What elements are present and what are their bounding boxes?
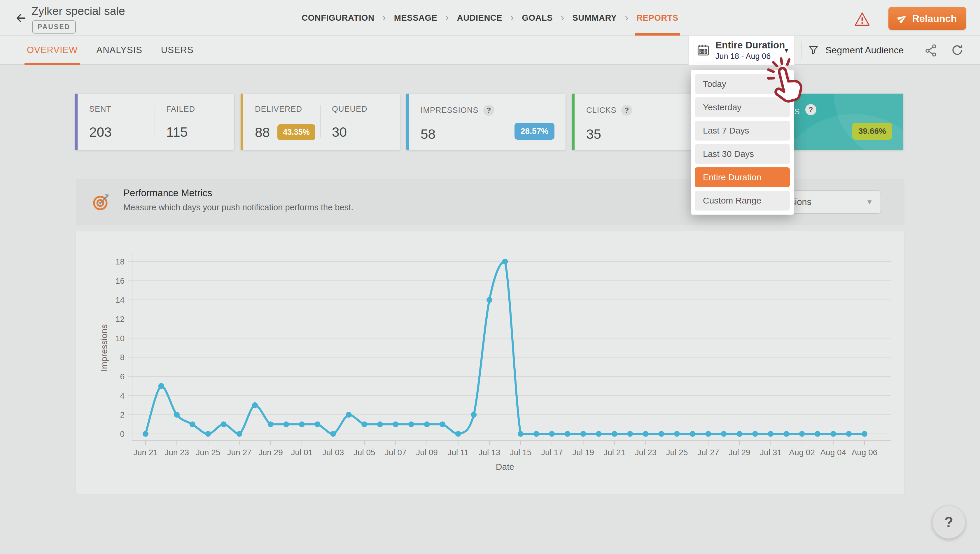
warning-indicator[interactable]: [854, 12, 870, 26]
chevron-right-icon: ›: [382, 12, 386, 23]
stat-value: 58: [421, 126, 435, 142]
impressions-help-icon[interactable]: ?: [483, 105, 494, 116]
highlight-help-icon[interactable]: ?: [805, 104, 816, 115]
status-badge: PAUSED: [32, 21, 76, 33]
svg-text:Jul 15: Jul 15: [510, 448, 532, 457]
warning-triangle-icon: [854, 12, 870, 26]
delivered-rate-badge: 43.35%: [277, 124, 315, 140]
card-accent-bar: [241, 94, 243, 150]
card-accent-bar: [406, 94, 409, 150]
highlight-rate-badge: 39.66%: [852, 123, 892, 140]
stat-value: 35: [586, 126, 601, 142]
clicks-help-icon[interactable]: ?: [621, 105, 632, 116]
share-button[interactable]: [924, 43, 938, 57]
svg-text:Jul 07: Jul 07: [385, 448, 406, 457]
select-caret-icon: ▼: [866, 198, 873, 206]
tab-analysis[interactable]: ANALYSIS: [97, 35, 142, 65]
stat-card-delivered-queued: DELIVERED 88 43.35% QUEUED 30: [241, 94, 400, 150]
menu-item-custom-range[interactable]: Custom Range: [695, 191, 790, 210]
svg-text:18: 18: [115, 257, 124, 266]
refresh-button[interactable]: [950, 43, 964, 57]
svg-text:2: 2: [120, 410, 124, 419]
stat-label-fragment: S: [794, 107, 800, 116]
menu-item-last-7-days[interactable]: Last 7 Days: [695, 121, 790, 140]
menu-item-last-30-days[interactable]: Last 30 Days: [695, 144, 790, 164]
svg-text:Date: Date: [496, 462, 514, 471]
svg-text:Jul 17: Jul 17: [541, 448, 563, 457]
breadcrumb-reports[interactable]: REPORTS: [636, 0, 679, 35]
svg-text:4: 4: [120, 391, 124, 400]
target-icon: [92, 192, 111, 212]
stat-label: QUEUED: [332, 105, 368, 114]
filter-funnel-icon: [808, 45, 819, 56]
performance-title: Performance Metrics: [123, 188, 212, 199]
stat-delivered: DELIVERED 88 43.35%: [243, 94, 323, 150]
stat-value: 30: [332, 124, 347, 140]
breadcrumb-audience[interactable]: AUDIENCE: [457, 0, 502, 35]
stat-card-sent-failed: SENT 203 FAILED 115: [75, 94, 234, 150]
stat-label: SENT: [89, 105, 112, 114]
report-tabs: OVERVIEW ANALYSIS USERS: [27, 35, 194, 65]
svg-text:Jul 03: Jul 03: [322, 448, 344, 457]
stat-label: FAILED: [166, 105, 195, 114]
breadcrumb-message[interactable]: MESSAGE: [394, 0, 438, 35]
stat-sent: SENT 203: [78, 94, 157, 150]
svg-text:Jul 05: Jul 05: [354, 448, 375, 457]
segment-audience-label: Segment Audience: [825, 45, 904, 56]
stat-label: CLICKS: [586, 106, 617, 115]
svg-text:Jul 19: Jul 19: [572, 448, 594, 457]
menu-item-entire-duration[interactable]: Entire Duration: [695, 167, 790, 187]
back-button[interactable]: [13, 10, 29, 26]
calendar-icon: [696, 43, 710, 57]
active-tab-underline: [24, 63, 80, 65]
svg-text:Jul 21: Jul 21: [604, 448, 625, 457]
breadcrumb: CONFIGURATION › MESSAGE › AUDIENCE › GOA…: [301, 0, 678, 35]
breadcrumb-goals[interactable]: GOALS: [522, 0, 553, 35]
svg-text:Jul 01: Jul 01: [291, 448, 313, 457]
stat-label: IMPRESSIONS: [421, 106, 479, 115]
performance-chart-panel: 024681012141618Jun 21Jun 23Jun 25Jun 27J…: [76, 231, 905, 494]
impressions-line-chart: 024681012141618Jun 21Jun 23Jun 25Jun 27J…: [76, 231, 905, 494]
chevron-right-icon: ›: [625, 12, 628, 23]
chevron-right-icon: ›: [561, 12, 564, 23]
svg-text:Jul 25: Jul 25: [666, 448, 688, 457]
chevron-right-icon: ›: [445, 12, 449, 23]
impressions-rate-badge: 28.57%: [515, 123, 555, 140]
svg-text:16: 16: [115, 276, 124, 285]
page-title: Zylker special sale: [32, 5, 125, 18]
breadcrumb-summary[interactable]: SUMMARY: [572, 0, 617, 35]
svg-text:Aug 06: Aug 06: [852, 448, 878, 457]
svg-text:Jun 27: Jun 27: [227, 448, 252, 457]
tab-overview[interactable]: OVERVIEW: [27, 35, 78, 65]
segment-audience-button[interactable]: Segment Audience: [808, 35, 904, 65]
svg-text:Jul 09: Jul 09: [416, 448, 438, 457]
svg-text:Jul 27: Jul 27: [697, 448, 719, 457]
share-icon: [924, 43, 938, 57]
relaunch-button[interactable]: Relaunch: [888, 7, 966, 30]
tab-users[interactable]: USERS: [161, 35, 194, 65]
svg-text:Impressions: Impressions: [99, 324, 109, 371]
help-button[interactable]: ?: [932, 506, 966, 539]
refresh-icon: [950, 43, 964, 57]
svg-text:Jun 21: Jun 21: [133, 448, 158, 457]
stat-value: 115: [166, 124, 188, 140]
svg-text:6: 6: [120, 372, 124, 381]
chevron-down-icon: ▾: [784, 46, 788, 55]
breadcrumb-configuration[interactable]: CONFIGURATION: [301, 0, 374, 35]
relaunch-label: Relaunch: [912, 13, 957, 24]
card-accent-bar: [572, 94, 575, 150]
svg-text:Aug 02: Aug 02: [789, 448, 815, 457]
stat-impressions: IMPRESSIONS ? 58: [409, 94, 566, 150]
card-accent-bar: [75, 94, 78, 150]
svg-text:Jul 23: Jul 23: [635, 448, 657, 457]
tab-bar: OVERVIEW ANALYSIS USERS Entire Duration …: [0, 35, 980, 65]
stat-value: 88: [255, 124, 270, 140]
paper-plane-icon: [897, 13, 907, 23]
date-range-value: Jun 18 - Aug 06: [715, 52, 771, 61]
stat-failed: FAILED 115: [155, 94, 234, 150]
stat-value: 203: [89, 124, 112, 140]
chevron-right-icon: ›: [510, 12, 514, 23]
svg-text:Jun 29: Jun 29: [258, 448, 283, 457]
svg-text:Jul 31: Jul 31: [760, 448, 782, 457]
svg-text:14: 14: [115, 295, 124, 304]
